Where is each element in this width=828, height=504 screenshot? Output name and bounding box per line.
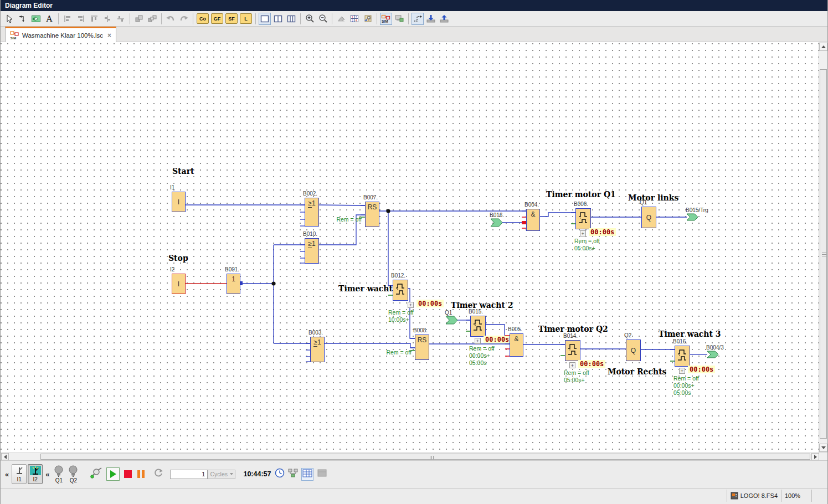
- vertical-scroll-thumb[interactable]: [820, 69, 827, 439]
- timer-parameter: 05:00s: [469, 359, 487, 366]
- align-top-icon[interactable]: [88, 13, 100, 25]
- simulation-time: 10:44:57: [243, 470, 271, 478]
- horizontal-scroll-thumb[interactable]: [40, 454, 810, 460]
- ungroup-icon[interactable]: [146, 13, 158, 25]
- pause-simulation-button[interactable]: [137, 470, 145, 478]
- run-cycles-icon[interactable]: [154, 469, 163, 480]
- connector-flag-B004-3-ref[interactable]: [707, 351, 718, 358]
- probe-tool-icon[interactable]: [90, 467, 102, 481]
- online-test-icon[interactable]: [393, 13, 405, 25]
- start-simulation-button[interactable]: [106, 467, 120, 481]
- block-B012[interactable]: [393, 280, 408, 301]
- special-functions-sf-button[interactable]: SF: [225, 13, 238, 24]
- tab-close-icon[interactable]: ×: [107, 32, 111, 39]
- undo-icon[interactable]: [164, 13, 177, 25]
- align-center-vertical-icon[interactable]: [101, 13, 114, 25]
- input-i2-button[interactable]: I2: [28, 464, 43, 484]
- comment-label[interactable]: Timer wacht: [338, 284, 393, 293]
- comment-label[interactable]: Motor Rechts: [608, 367, 666, 376]
- block-B002[interactable]: ≥1: [305, 198, 319, 227]
- scroll-left-button[interactable]: [1, 453, 9, 460]
- comment-label[interactable]: Stop: [168, 254, 188, 263]
- expand-parameter-icon[interactable]: +: [408, 302, 414, 308]
- wire[interactable]: [325, 343, 415, 348]
- block-B015[interactable]: [470, 316, 486, 337]
- align-center-horizontal-icon[interactable]: [115, 13, 127, 25]
- wire[interactable]: [486, 325, 510, 337]
- block-B003[interactable]: ≥1: [310, 337, 325, 362]
- wire[interactable]: [540, 213, 575, 217]
- comment-label[interactable]: Motor links: [628, 193, 678, 202]
- display-window-icon[interactable]: [317, 469, 327, 479]
- align-right-icon[interactable]: [75, 13, 87, 25]
- comment-label[interactable]: Timer wacht 2: [451, 301, 513, 310]
- block-B007[interactable]: RS: [365, 202, 379, 227]
- timer-parameter: Rem = off: [388, 309, 414, 316]
- diagram-canvas[interactable]: II1II21B001.≥1B002.≥1B010.≥1B003.RSB007.…: [1, 42, 820, 452]
- application-window: Diagram Editor A: [0, 0, 828, 504]
- connector-flag-Q1-ref[interactable]: [446, 316, 457, 324]
- expand-parameter-icon[interactable]: +: [580, 230, 586, 236]
- document-tab[interactable]: SIM Wasmachine Klaar 100%.lsc ×: [5, 27, 116, 42]
- block-B005[interactable]: &: [510, 333, 523, 357]
- block-Q1[interactable]: Q: [641, 207, 656, 228]
- zoom-in-icon[interactable]: [304, 13, 316, 25]
- upload-from-device-icon[interactable]: [438, 13, 450, 25]
- convert-icon[interactable]: I: [362, 13, 374, 25]
- scroll-down-button[interactable]: [819, 444, 827, 452]
- block-I1[interactable]: I: [172, 192, 186, 212]
- expand-parameter-icon[interactable]: +: [475, 338, 481, 344]
- horizontal-scrollbar[interactable]: [1, 452, 828, 460]
- block-Q2[interactable]: Q: [626, 340, 641, 361]
- wire[interactable]: [319, 205, 365, 205]
- block-B014[interactable]: [565, 340, 580, 361]
- comment-label[interactable]: Timer wacht 3: [659, 330, 721, 338]
- scroll-right-button[interactable]: [811, 453, 819, 460]
- logic-l-button[interactable]: L: [240, 13, 252, 24]
- block-B004[interactable]: &: [526, 209, 540, 231]
- block-B001[interactable]: 1: [227, 274, 240, 294]
- block-numbering-icon[interactable]: 1334: [348, 13, 361, 25]
- zoom-out-icon[interactable]: [317, 13, 329, 25]
- simulation-toolbar: « I1 I2 « Q1 Q2: [1, 460, 827, 487]
- connector-tool-icon[interactable]: [17, 13, 29, 25]
- simulation-icon[interactable]: SIM: [380, 13, 392, 25]
- text-tool-icon[interactable]: A: [43, 13, 55, 25]
- expand-parameter-icon[interactable]: +: [569, 362, 575, 368]
- cycles-unit-select[interactable]: Cycles: [208, 470, 235, 479]
- block-B016[interactable]: [675, 346, 690, 367]
- download-to-device-icon[interactable]: [425, 13, 437, 25]
- redo-icon[interactable]: [178, 13, 190, 25]
- expand-parameter-icon[interactable]: +: [679, 368, 685, 374]
- network-view-icon[interactable]: [288, 469, 298, 480]
- split-three-windows-icon[interactable]: [285, 13, 297, 25]
- cycles-count-input[interactable]: [170, 470, 208, 479]
- input-i1-button[interactable]: I1: [12, 464, 27, 484]
- constants-co-button[interactable]: Co: [197, 13, 209, 24]
- align-left-icon[interactable]: [61, 13, 74, 25]
- comment-label[interactable]: Timer motor Q2: [538, 325, 608, 333]
- selection-tool-icon[interactable]: [3, 13, 16, 25]
- basic-functions-gf-button[interactable]: GF: [211, 13, 223, 24]
- block-B010[interactable]: ≥1: [305, 238, 319, 264]
- eraser-icon[interactable]: [335, 13, 347, 25]
- group-icon[interactable]: [133, 13, 145, 25]
- single-window-icon[interactable]: [259, 13, 271, 25]
- comment-label[interactable]: Start: [172, 167, 194, 176]
- clock-icon[interactable]: [275, 468, 285, 480]
- collapse-outputs-icon[interactable]: «: [43, 470, 52, 479]
- connector-flag-B016-ref[interactable]: [491, 219, 502, 227]
- collapse-inputs-icon[interactable]: «: [3, 470, 11, 479]
- block-B008[interactable]: RS: [415, 335, 429, 360]
- value-table-icon[interactable]: [301, 468, 313, 481]
- split-two-windows-icon[interactable]: [272, 13, 284, 25]
- comment-label[interactable]: Timer motor Q1: [546, 190, 616, 199]
- flag-tool-icon[interactable]: [30, 13, 42, 25]
- connection-style-icon[interactable]: [412, 13, 424, 25]
- connector-flag-B015-Trg-ref[interactable]: [687, 214, 698, 220]
- scroll-up-button[interactable]: [819, 43, 827, 51]
- block-I2[interactable]: I: [172, 274, 186, 294]
- stop-simulation-button[interactable]: [124, 470, 132, 478]
- vertical-scrollbar[interactable]: [819, 42, 827, 452]
- block-B006[interactable]: [575, 208, 591, 229]
